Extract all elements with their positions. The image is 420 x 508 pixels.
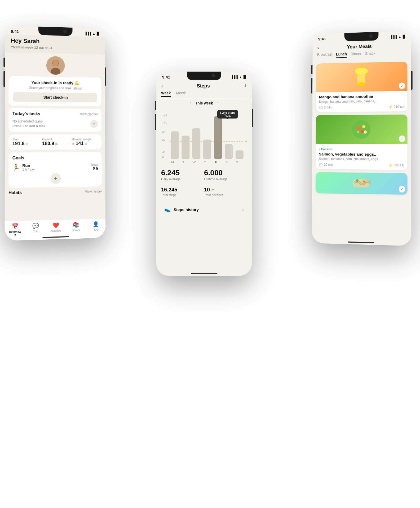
stat-goal: Maintain weight ★ 141 lb (72, 138, 98, 146)
svg-text:10k: 10k (162, 122, 167, 125)
svg-text:F: F (215, 160, 216, 164)
nav-chat[interactable]: 💬 Chat (25, 222, 46, 235)
total-distance-value: 10 mi (204, 187, 247, 193)
nav-overview[interactable]: 📅 Overview (5, 223, 25, 236)
back-button[interactable]: ‹ (161, 82, 163, 89)
avatar (46, 56, 65, 75)
svg-rect-17 (225, 144, 233, 159)
svg-text:T: T (204, 160, 206, 164)
nav-library-label: Library (72, 229, 80, 232)
svg-point-31 (356, 126, 361, 130)
meal-image-2: ✓ (316, 115, 408, 144)
svg-text:8k: 8k (162, 130, 166, 133)
status-icons: ▐▐▐ ▲ ▉ (85, 32, 99, 36)
clock-icon: 🕐 (319, 106, 323, 110)
phone-1: 9:41 ▐▐▐ ▲ ▉ Hey Sarah You're in week 12… (5, 26, 106, 241)
notch (344, 32, 378, 41)
goals-header: Goals (12, 155, 98, 160)
page-title: Your Meals (347, 43, 372, 50)
week-label: This week (195, 101, 213, 105)
tab-month[interactable]: Month (176, 91, 186, 97)
meal-info-1: Mango and banana smoothie Mango, banana,… (316, 91, 407, 112)
total-distance: 10 mi Total distance (204, 187, 247, 197)
tooltip-steps: 6.245 steps (220, 111, 235, 114)
start-checkin-button[interactable]: Start check-in (13, 92, 97, 103)
history-label: Steps history (174, 207, 199, 212)
meal-time-2: 🕐 20 min (319, 163, 333, 167)
stats-row: Start 191.8 lb Current 180.9 lb Maintain… (12, 138, 98, 147)
tab-dinner[interactable]: Dinner (351, 52, 361, 58)
goal-add-wrap: + (12, 173, 98, 185)
tab-breakfast[interactable]: Breakfast (317, 52, 333, 58)
tab-lunch[interactable]: Lunch (336, 52, 347, 58)
view-planner-link[interactable]: View planner (80, 112, 98, 116)
meal-meta-2: 🕐 20 min ⚡ 320 cal (319, 163, 404, 167)
svg-rect-14 (192, 128, 200, 159)
lifetime-avg-stat: 6.000 Lifetime average (204, 169, 247, 181)
signal-icon: ▐▐▐ (85, 32, 91, 35)
cal-icon: ⚡ (389, 163, 393, 167)
checkin-subtitle: Share your progress and latest status (13, 86, 97, 90)
svg-text:T: T (182, 160, 184, 164)
phone-3: 9:41 ▐▐▐ ▲ ▉ ‹ Your Meals Breakfast Lunc… (312, 31, 412, 246)
lifetime-avg-label: Lifetime average (204, 177, 247, 181)
steps-history-row[interactable]: 👟 Steps history › (160, 203, 248, 216)
total-steps-label: Total steps (161, 193, 204, 197)
greeting: Hey Sarah (11, 37, 99, 46)
status-time: 9:41 (318, 37, 326, 41)
signal-icon: ▐▐▐ (231, 75, 238, 79)
add-goal-button[interactable]: + (50, 173, 61, 184)
add-button[interactable]: + (244, 82, 247, 89)
svg-point-32 (362, 125, 365, 128)
total-steps: 16.245 Total steps (161, 187, 204, 197)
status-icons: ▐▐▐ ▲ ▉ (390, 35, 405, 39)
spacer (400, 46, 406, 46)
phone-2: 9:41 ▐▐▐ ▲ ▉ ‹ Steps + Week Month ‹ This… (156, 72, 252, 276)
totals-grid: 16.245 Total steps 10 mi Total distance (156, 184, 252, 200)
meal-image-1: ✓ (316, 62, 407, 92)
nav-you[interactable]: 👤 You (86, 221, 106, 234)
prev-week-button[interactable]: ‹ (189, 101, 191, 106)
nav-activities[interactable]: ❤️ Activities (46, 222, 66, 235)
cal-icon: ⚡ (389, 105, 393, 109)
svg-text:6k: 6k (162, 139, 166, 142)
stat-current: Current 180.9 lb (42, 138, 69, 146)
svg-text:★: ★ (245, 139, 248, 143)
battery-icon: ▉ (244, 75, 246, 79)
view-history-link[interactable]: View history (85, 190, 102, 194)
next-week-button[interactable]: › (217, 101, 218, 106)
tab-snack[interactable]: Snack (365, 51, 375, 57)
meal-list: ✓ Mango and banana smoothie Mango, banan… (312, 59, 411, 197)
tooltip-label: Today (220, 114, 235, 117)
nav-active-indicator (14, 234, 16, 235)
meal-card-2[interactable]: ✓ ↑ Calcium Salmon, vegetables and eggs.… (316, 115, 407, 170)
star-icon: ★ (72, 142, 76, 146)
check-icon-2: ✓ (399, 135, 405, 142)
meal-cal-2: ⚡ 320 cal (389, 163, 404, 167)
week-nav: ‹ This week › (156, 99, 252, 107)
check-icon-3: ✓ (399, 186, 405, 192)
nav-library[interactable]: 📚 Library (66, 221, 86, 234)
goals-section: Goals 🏃 Run 1 h / day Today 0 h + (8, 152, 102, 188)
total-distance-label: Total distance (204, 193, 247, 197)
habits-header-wrap: Habits View history (5, 189, 105, 198)
tasks-header: Today's tasks View planner (12, 111, 98, 117)
chart-area: 6.245 steps Today 12k 10k 8k 6k 2k 0 ★ (156, 107, 252, 165)
page-title: Steps (197, 83, 210, 89)
checkin-title: Your check-in is ready 💪 (13, 80, 97, 86)
battery-icon: ▉ (97, 32, 99, 36)
svg-point-34 (357, 131, 359, 133)
nav-overview-label: Overview (9, 230, 21, 233)
meal-desc-2: Salmon, tomatoes, corn, cucumbers, eggs,… (319, 157, 404, 161)
nav-chat-label: Chat (33, 230, 38, 233)
meal-info-2: ↑ Calcium Salmon, vegetables and eggs.. … (316, 144, 407, 170)
stats-section: Start 191.8 lb Current 180.9 lb Maintain… (8, 134, 101, 150)
home-indicator (348, 242, 374, 243)
back-button[interactable]: ‹ (317, 44, 319, 51)
meal-card-1[interactable]: ✓ Mango and banana smoothie Mango, banan… (316, 62, 407, 112)
side-button (252, 109, 253, 127)
tab-week[interactable]: Week (161, 91, 171, 97)
add-task-button[interactable]: + (90, 120, 98, 128)
meal-card-3[interactable]: ✓ (316, 172, 408, 195)
habits-header: Habits View history (8, 189, 102, 195)
